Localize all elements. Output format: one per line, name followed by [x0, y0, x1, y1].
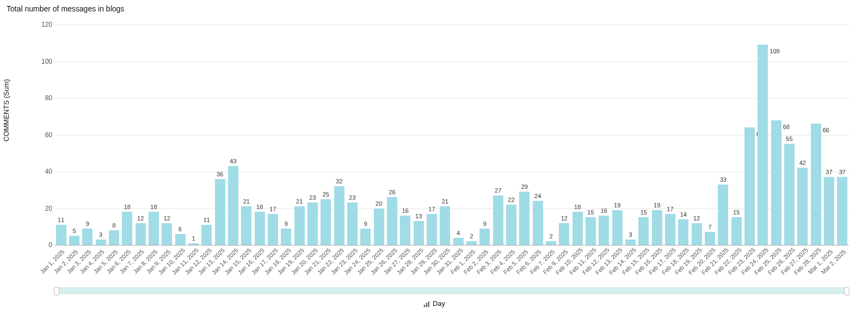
bar[interactable]: 13: [414, 221, 424, 245]
bar[interactable]: 18: [149, 212, 159, 245]
bar[interactable]: 55: [784, 144, 795, 245]
bar[interactable]: 21: [440, 206, 450, 245]
bar[interactable]: 21: [241, 206, 251, 245]
bar-value: 1: [188, 235, 199, 242]
bar-value: 14: [678, 211, 688, 218]
bar-value: 37: [824, 169, 834, 175]
bar-value: 15: [731, 209, 742, 216]
bar-value: 9: [479, 220, 490, 227]
bar[interactable]: 7: [705, 232, 715, 245]
bar-value: 19: [612, 202, 623, 208]
bar[interactable]: 9: [82, 229, 93, 245]
bar[interactable]: 18: [255, 212, 265, 245]
bar-value: 17: [665, 206, 675, 212]
bar[interactable]: 15: [586, 217, 596, 245]
bar[interactable]: 17: [427, 214, 437, 245]
bar[interactable]: 9: [479, 229, 490, 245]
bar[interactable]: 18: [122, 212, 132, 245]
range-scrollbar[interactable]: [54, 287, 849, 294]
bar-chart-icon: [423, 300, 430, 308]
bar[interactable]: 12: [692, 223, 702, 246]
bar[interactable]: 3: [96, 240, 106, 245]
bar-value: 12: [559, 215, 569, 222]
chart-plot-area: 1159381812181261113643211817921232532239…: [54, 24, 849, 246]
x-axis-ticks: Jan 1, 2025Jan 2, 2025Jan 3, 2025Jan 4, …: [54, 247, 849, 285]
bar-value: 16: [599, 207, 609, 214]
bar-value: 3: [96, 231, 106, 238]
bar[interactable]: 37: [837, 177, 847, 245]
bar-value: 12: [162, 215, 172, 222]
bar-value: 17: [268, 206, 278, 212]
bar[interactable]: 33: [718, 185, 728, 245]
bar[interactable]: 12: [136, 223, 146, 246]
bar[interactable]: 23: [307, 202, 318, 245]
bar[interactable]: 18: [572, 212, 583, 245]
bar[interactable]: 37: [824, 177, 834, 245]
bar-value: 9: [360, 220, 371, 227]
bar[interactable]: 26: [387, 197, 397, 245]
bar-value: 55: [784, 136, 795, 142]
bar-value: 7: [705, 224, 715, 230]
bar[interactable]: 21: [294, 206, 305, 245]
bar[interactable]: 68: [771, 120, 781, 246]
bar-value: 3: [625, 231, 636, 238]
range-start-handle[interactable]: [54, 287, 59, 296]
bar-value: 21: [241, 198, 251, 205]
bar-value: 12: [136, 215, 146, 222]
bar[interactable]: 17: [268, 214, 278, 245]
bar-value: 18: [122, 204, 132, 210]
bar[interactable]: 109: [758, 45, 768, 245]
bar[interactable]: 19: [652, 210, 662, 245]
bar[interactable]: 42: [797, 168, 808, 245]
bar[interactable]: 24: [533, 201, 543, 245]
bar[interactable]: 11: [201, 225, 212, 245]
bar-value: 109: [769, 48, 779, 54]
chart-title: Total number of messages in blogs: [7, 4, 124, 13]
bar[interactable]: 43: [228, 166, 238, 245]
bar[interactable]: 32: [334, 186, 344, 245]
bar[interactable]: 12: [162, 223, 172, 246]
y-tick: 100: [36, 58, 52, 65]
bar-value: 20: [374, 200, 384, 207]
bar-value: 6: [175, 226, 186, 232]
bar[interactable]: 6: [175, 234, 186, 245]
bar[interactable]: 12: [559, 223, 569, 246]
bar-value: 42: [797, 159, 808, 166]
bar[interactable]: 29: [519, 192, 530, 245]
svg-rect-0: [424, 304, 425, 306]
bar[interactable]: 17: [665, 214, 675, 245]
bar[interactable]: 64: [744, 127, 755, 245]
y-axis-label: COMMENTS (Sum): [2, 79, 10, 142]
bar[interactable]: 4: [453, 238, 464, 246]
bar[interactable]: 2: [546, 241, 556, 245]
bar[interactable]: 9: [360, 229, 371, 245]
bar[interactable]: 66: [811, 124, 821, 245]
bar[interactable]: 3: [625, 240, 636, 245]
bar[interactable]: 15: [731, 217, 742, 245]
bar[interactable]: 2: [466, 241, 477, 245]
bar[interactable]: 20: [374, 208, 384, 246]
bar-value: 68: [783, 124, 790, 130]
bar[interactable]: 8: [109, 230, 119, 245]
bar-value: 19: [652, 202, 662, 208]
bar[interactable]: 19: [612, 210, 623, 245]
bar[interactable]: 14: [678, 219, 688, 245]
bar[interactable]: 27: [493, 195, 503, 245]
range-end-handle[interactable]: [844, 287, 849, 296]
bar-value: 29: [519, 183, 530, 190]
bar[interactable]: 16: [599, 216, 609, 245]
bar[interactable]: 25: [321, 199, 331, 245]
bar[interactable]: 15: [638, 217, 649, 245]
bar[interactable]: 36: [215, 179, 225, 246]
bar-value: 18: [572, 204, 583, 210]
bar[interactable]: 23: [347, 202, 358, 245]
bar-value: 24: [533, 193, 543, 199]
bar[interactable]: 5: [69, 236, 79, 245]
bar-value: 23: [347, 194, 358, 201]
bar-value: 2: [466, 233, 477, 240]
bar[interactable]: 11: [56, 225, 66, 245]
bar[interactable]: 9: [281, 229, 291, 245]
bar[interactable]: 22: [506, 205, 516, 245]
bar[interactable]: 16: [400, 216, 410, 245]
bar[interactable]: 1: [188, 243, 199, 245]
